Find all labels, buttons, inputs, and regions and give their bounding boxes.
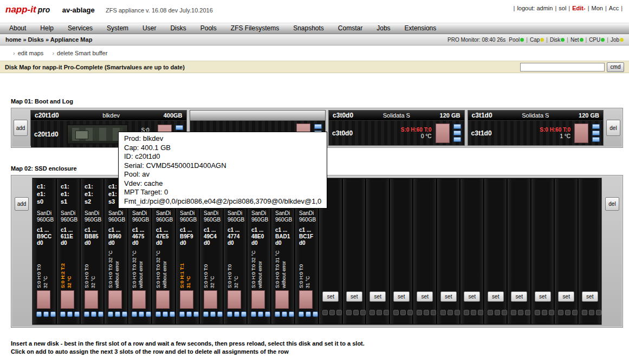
slot-body[interactable]: c3t0d0 S:0 H:60 T:0 0 °C	[329, 121, 464, 145]
cmd-input[interactable]	[520, 63, 605, 72]
disk-action-icon[interactable]	[132, 311, 137, 317]
disk-action-icon[interactable]	[251, 311, 256, 317]
disk-action-icon[interactable]	[227, 311, 232, 317]
disk-action-icon[interactable]	[146, 311, 151, 317]
disk-action-icon[interactable]	[60, 311, 66, 317]
disk-action-icon[interactable]	[453, 137, 461, 142]
disk-action-icon[interactable]	[163, 311, 168, 317]
disk-action-icon[interactable]	[36, 311, 42, 317]
menu-item[interactable]: Jobs	[369, 23, 397, 34]
menu-item[interactable]: Help	[33, 23, 61, 34]
disk-action-icon[interactable]	[282, 311, 287, 317]
menu-item[interactable]: User	[135, 23, 163, 34]
disk-slot[interactable]: c1: e1: s2 SanDi 960GB c1 ... BB85 d0	[81, 179, 103, 324]
map01-slot-c3t0d0[interactable]: c3t0d0 Solidata S 120 GB c3t0d0 S:0 H:60…	[328, 110, 464, 146]
disk-action-icon[interactable]	[176, 125, 183, 130]
cmd-button[interactable]: cmd	[607, 62, 624, 72]
disk-action-icon[interactable]	[155, 311, 161, 317]
empty-slot[interactable]: set	[508, 179, 530, 324]
set-button[interactable]: set	[322, 291, 339, 302]
disk-action-icon[interactable]	[170, 311, 175, 317]
disk-action-icon[interactable]	[193, 311, 199, 317]
disk-action-icon[interactable]	[453, 124, 461, 129]
subnav-link[interactable]: edit maps	[18, 50, 44, 56]
menu-item[interactable]: Comstar	[331, 23, 369, 34]
set-button[interactable]: set	[393, 291, 410, 302]
disk-action-icon[interactable]	[217, 311, 223, 317]
disk-action-icon[interactable]	[179, 311, 185, 317]
disk-action-icon[interactable]	[592, 131, 600, 135]
disk-action-icon[interactable]	[115, 311, 120, 317]
disk-action-icon[interactable]	[108, 311, 113, 317]
session-link[interactable]: Acc	[609, 5, 619, 11]
menu-item[interactable]: ZFS Filesystems	[224, 23, 286, 34]
disk-slot[interactable]: c1: e1: s1 SanDi 960GB c1 ... 611E d0	[57, 179, 80, 324]
set-button[interactable]: set	[417, 291, 433, 302]
disk-action-icon[interactable]	[91, 311, 96, 317]
disk-action-icon[interactable]	[186, 311, 192, 317]
disk-action-icon[interactable]	[234, 311, 239, 317]
slot-header[interactable]	[190, 110, 325, 121]
set-button[interactable]: set	[369, 291, 386, 302]
set-button[interactable]: set	[511, 291, 527, 302]
disk-action-icon[interactable]	[139, 311, 144, 317]
menu-item[interactable]: System	[100, 23, 135, 34]
set-button[interactable]: set	[464, 291, 480, 302]
subnav-link[interactable]: delete Smart buffer	[57, 50, 107, 56]
disk-action-icon[interactable]	[98, 311, 103, 317]
disk-action-icon[interactable]	[122, 311, 127, 317]
empty-slot[interactable]: set	[461, 179, 483, 324]
disk-action-icon[interactable]	[299, 311, 304, 317]
menu-item[interactable]: Extensions	[398, 23, 444, 34]
disk-action-icon[interactable]	[210, 311, 216, 317]
disk-action-icon[interactable]	[84, 311, 89, 317]
disk-action-icon[interactable]	[306, 311, 311, 317]
disk-action-icon[interactable]	[241, 311, 247, 317]
disk-action-icon[interactable]	[50, 311, 56, 317]
disk-action-icon[interactable]	[67, 311, 73, 317]
disk-slot[interactable]: c1: e1: s0 SanDi 960GB c1 ... B9CC d0	[33, 179, 56, 324]
empty-slot[interactable]: set	[343, 179, 366, 324]
disk-action-icon[interactable]	[592, 124, 600, 129]
disk-action-icon[interactable]	[74, 311, 80, 317]
set-button[interactable]: set	[558, 291, 574, 302]
map02-add-button[interactable]: add	[15, 197, 29, 211]
set-button[interactable]: set	[582, 291, 598, 302]
menu-item[interactable]: About	[2, 23, 33, 34]
disk-action-icon[interactable]	[313, 311, 318, 317]
menu-item[interactable]: Services	[61, 23, 100, 34]
session-link[interactable]: Mon	[592, 5, 603, 11]
session-link[interactable]: Edit-	[572, 5, 585, 11]
disk-action-icon[interactable]	[203, 311, 209, 317]
empty-slot[interactable]: set	[390, 179, 413, 324]
disk-action-icon[interactable]	[43, 311, 49, 317]
disk-action-icon[interactable]	[592, 137, 600, 142]
menu-item[interactable]: Disks	[163, 23, 193, 34]
slot-body[interactable]: c3t1d0 S:0 H:60 T:0 1 °C	[468, 121, 603, 145]
set-button[interactable]: set	[440, 291, 457, 302]
session-link[interactable]: logout: admin	[517, 5, 553, 11]
empty-slot[interactable]: set	[531, 179, 554, 324]
empty-slot[interactable]: set	[484, 179, 507, 324]
menu-item[interactable]: Pools	[193, 23, 224, 34]
empty-slot[interactable]: set	[437, 179, 460, 324]
map01-del-button[interactable]: del	[606, 120, 620, 136]
disk-action-icon[interactable]	[265, 311, 270, 317]
disk-action-icon[interactable]	[453, 131, 461, 135]
map01-slot-c3t1d0[interactable]: c3t1d0 Solidata S 120 GB c3t1d0 S:0 H:60…	[468, 110, 604, 146]
disk-action-icon[interactable]	[289, 311, 294, 317]
menu-item[interactable]: Snapshots	[286, 23, 331, 34]
set-button[interactable]: set	[346, 291, 362, 302]
disk-action-icon[interactable]	[275, 311, 280, 317]
set-button[interactable]: set	[535, 291, 551, 302]
disk-action-icon[interactable]	[314, 124, 322, 129]
breadcrumb[interactable]: home » Disks » Appliance Map	[5, 36, 92, 43]
session-link[interactable]: sol	[559, 5, 566, 11]
set-button[interactable]: set	[488, 291, 504, 302]
disk-action-icon[interactable]	[258, 311, 263, 317]
empty-slot[interactable]: set	[413, 179, 436, 324]
empty-slot[interactable]: set	[366, 179, 389, 324]
empty-slot[interactable]: set	[579, 179, 601, 324]
map02-del-button[interactable]: del	[605, 197, 619, 211]
map01-add-button[interactable]: add	[14, 120, 28, 136]
